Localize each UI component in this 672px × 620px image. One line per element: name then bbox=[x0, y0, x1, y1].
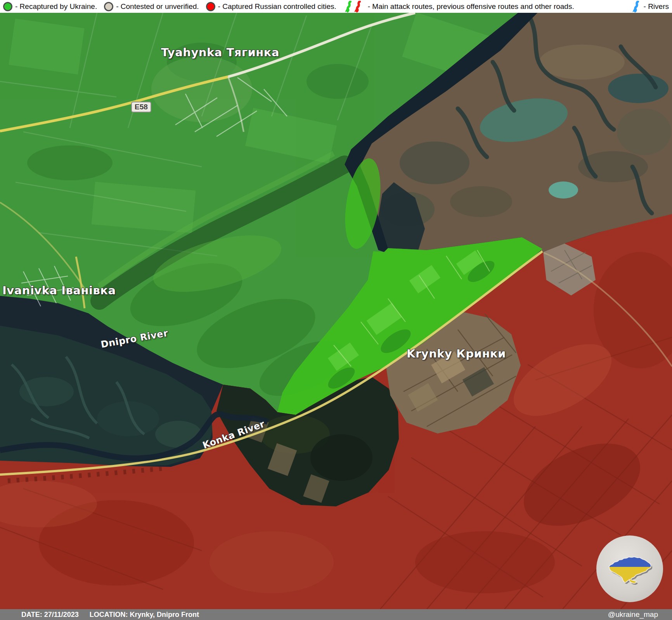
label-tyahynka: Tyahynka Тягинка bbox=[161, 46, 279, 59]
legend-contested-label: - Contested or unverified. bbox=[116, 2, 199, 11]
legend-bar: - Recaptured by Ukraine. - Contested or … bbox=[0, 0, 672, 13]
legend-captured-label: - Captured Russian controlled cities. bbox=[218, 2, 336, 11]
legend-attack-routes-label: - Main attack routes, previous offensive… bbox=[368, 2, 574, 11]
location-label: LOCATION: Krynky, Dnipro Front bbox=[90, 611, 199, 619]
red-dot-icon bbox=[206, 2, 215, 11]
satellite-map-graphic bbox=[0, 13, 672, 609]
ukraine-map-logo bbox=[596, 535, 663, 602]
attack-routes-icon bbox=[343, 1, 365, 12]
footer-bar: DATE: 27/11/2023 LOCATION: Krynky, Dnipr… bbox=[0, 609, 672, 620]
legend-rivers-label: - Rivers bbox=[644, 2, 669, 11]
legend-recaptured-label: - Recaptured by Ukraine. bbox=[15, 2, 97, 11]
legend-item-recaptured: - Recaptured by Ukraine. bbox=[3, 2, 97, 11]
label-ivanivka: Ivanivka Іванівка bbox=[2, 284, 116, 297]
legend-item-attack-routes: - Main attack routes, previous offensive… bbox=[343, 1, 574, 12]
ukraine-outline-icon bbox=[605, 552, 654, 586]
road-badge-e58: E58 bbox=[131, 102, 151, 112]
label-krynky: Krynky Кринки bbox=[407, 347, 506, 360]
map-post: - Recaptured by Ukraine. - Contested or … bbox=[0, 0, 672, 620]
rivers-arrow-icon bbox=[630, 1, 641, 12]
legend-item-captured: - Captured Russian controlled cities. bbox=[206, 2, 336, 11]
legend-item-contested: - Contested or unverified. bbox=[104, 2, 199, 11]
date-label: DATE: 27/11/2023 bbox=[21, 611, 79, 619]
credit-handle[interactable]: @ukraine_map bbox=[608, 610, 658, 619]
map-canvas[interactable]: Tyahynka Тягинка Ivanivka Іванівка Krynk… bbox=[0, 13, 672, 609]
gray-dot-icon bbox=[104, 2, 113, 11]
green-dot-icon bbox=[3, 2, 12, 11]
legend-item-rivers: - Rivers bbox=[630, 1, 669, 12]
